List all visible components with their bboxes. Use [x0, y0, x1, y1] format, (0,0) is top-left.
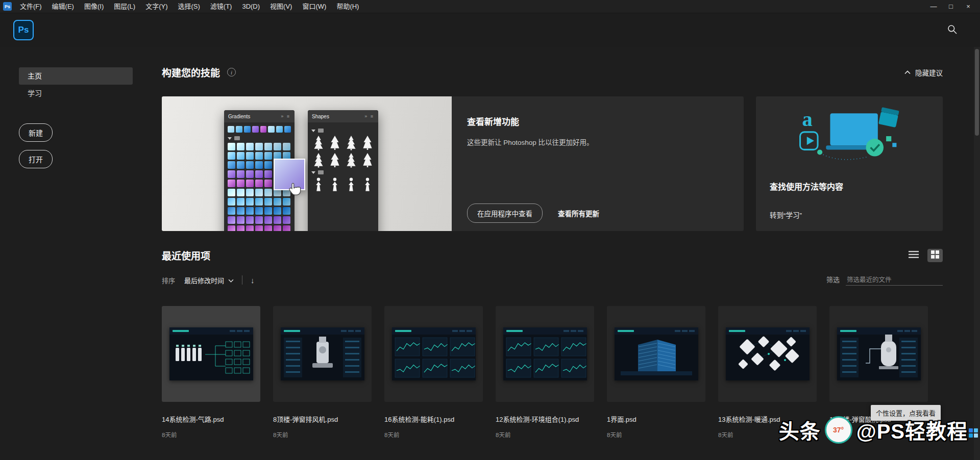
gradient-swatch	[264, 143, 272, 150]
tree-shape-icon	[328, 135, 342, 150]
file-name: 12系统检测-环境组合(1).psd	[496, 414, 594, 424]
file-time: 8天前	[384, 430, 483, 439]
menu-item[interactable]: 帮助(H)	[331, 0, 364, 13]
go-to-learn-link[interactable]: 转到“学习”	[770, 210, 929, 220]
sort-dropdown[interactable]: 最后修改时间	[184, 275, 234, 285]
whats-new-card: Gradients » ≡	[162, 96, 744, 231]
info-icon[interactable]: i	[227, 68, 236, 76]
file-card-face	[273, 306, 372, 402]
file-time: 8天前	[496, 430, 594, 439]
gradient-swatch	[237, 180, 244, 187]
gradient-chip	[244, 126, 251, 133]
skills-header: 构建您的技能 i 隐藏建议	[162, 65, 943, 79]
minimize-button[interactable]: —	[925, 0, 942, 13]
gradient-swatch	[237, 198, 244, 206]
search-icon	[947, 24, 958, 37]
menu-item[interactable]: 选择(S)	[173, 0, 205, 13]
home-body: 主页 学习 新建 打开 构建您的技能 i 隐藏建议	[0, 47, 980, 460]
gradient-swatch	[255, 216, 263, 224]
list-view-button[interactable]	[906, 249, 921, 262]
whats-new-banner-image: Gradients » ≡	[162, 96, 452, 231]
close-button[interactable]: ×	[960, 0, 977, 13]
sidebar-item-learn[interactable]: 学习	[19, 85, 133, 102]
tree-shape-icon	[328, 152, 342, 168]
gradient-swatch	[255, 152, 263, 160]
gradient-swatch	[264, 180, 272, 187]
file-thumbnail	[615, 327, 698, 380]
menu-item[interactable]: 窗口(W)	[297, 0, 331, 13]
gradient-swatch	[255, 225, 263, 231]
gradient-swatch	[246, 180, 254, 187]
shapes-panel-preview: Shapes » ≡	[308, 110, 378, 231]
menu-item[interactable]: 文字(Y)	[140, 0, 173, 13]
gradient-swatch	[264, 225, 272, 231]
sort-direction-button[interactable]: ↓	[251, 276, 255, 285]
scrollbar-thumb[interactable]	[975, 49, 979, 136]
gradient-swatch	[237, 152, 244, 160]
menu-item[interactable]: 视图(V)	[265, 0, 297, 13]
gradient-swatch	[228, 170, 235, 178]
sort-label: 排序	[162, 275, 175, 285]
gradient-swatch	[237, 170, 244, 178]
grid-view-button[interactable]	[927, 249, 943, 262]
menu-item[interactable]: 图像(I)	[79, 0, 109, 13]
file-card[interactable]: 8顶楼-弹窗排风机.psd 8天前	[273, 306, 372, 439]
gradient-swatch	[283, 216, 290, 224]
view-all-updates-button[interactable]: 查看所有更新	[558, 208, 599, 218]
app-header: Ps	[0, 13, 980, 47]
menu-item[interactable]: 编辑(E)	[47, 0, 79, 13]
open-file-button[interactable]: 打开	[19, 150, 53, 168]
gradient-swatch	[283, 198, 290, 206]
gradient-swatch	[237, 143, 244, 150]
menu-item[interactable]: 滤镜(T)	[205, 0, 237, 13]
new-file-button[interactable]: 新建	[19, 123, 53, 142]
file-card[interactable]: 12系统检测-环境组合(1).psd 8天前	[496, 306, 594, 439]
gradient-swatch	[237, 189, 244, 196]
whats-new-description: 这些更新让 Photoshop 比以往更加好用。	[467, 137, 728, 147]
gradient-swatch	[283, 143, 290, 150]
search-button[interactable]	[944, 22, 960, 38]
gradient-chip	[236, 126, 242, 133]
gradient-swatch	[274, 216, 281, 224]
figure-shape-icon	[311, 177, 326, 192]
grid-view-icon	[931, 250, 939, 261]
menu-item[interactable]: 文件(F)	[15, 0, 47, 13]
gradient-swatch	[228, 180, 235, 187]
learn-card[interactable]: a	[756, 96, 943, 231]
tree-shape-icon	[344, 135, 358, 150]
gradient-swatch	[237, 216, 244, 224]
file-time: 8天前	[162, 430, 260, 439]
menu-item[interactable]: 图层(L)	[109, 0, 140, 13]
ps-app-icon: Ps	[3, 2, 12, 11]
gradient-swatch	[246, 189, 254, 196]
panel-menu-icon: » ≡	[364, 114, 374, 119]
gradient-chip	[268, 126, 275, 133]
filter-area: 筛选	[826, 274, 943, 286]
list-view-icon	[909, 250, 919, 261]
gradient-swatch	[255, 143, 263, 150]
file-card[interactable]: 14系统检测-气路.psd 8天前	[162, 306, 260, 439]
hide-suggestions-button[interactable]: 隐藏建议	[904, 67, 943, 78]
gradient-chip	[276, 126, 283, 133]
gradient-chip	[252, 126, 259, 133]
tree-shape-icon	[360, 135, 375, 150]
whats-new-actions: 在应用程序中查看 查看所有更新	[467, 203, 728, 223]
view-in-app-button[interactable]: 在应用程序中查看	[467, 203, 543, 223]
gradient-swatch	[264, 152, 272, 160]
photoshop-logo: Ps	[13, 20, 34, 40]
gradient-swatch	[237, 225, 244, 231]
filter-input[interactable]	[846, 275, 943, 286]
gradient-swatch	[264, 189, 272, 196]
watermark: 头条 37° @PS轻教程	[779, 415, 968, 445]
sidebar-item-home[interactable]: 主页	[19, 67, 133, 85]
gradient-swatch	[237, 161, 244, 169]
file-card[interactable]: 1界面.psd 8天前	[607, 306, 705, 439]
maximize-button[interactable]: □	[942, 0, 960, 13]
gradient-swatch	[283, 207, 290, 215]
skills-title: 构建您的技能	[162, 65, 220, 79]
gradient-swatch	[255, 170, 263, 178]
file-thumbnail	[503, 327, 587, 380]
learn-illustration: a	[770, 96, 929, 177]
file-card[interactable]: 16系统检测-能耗(1).psd 8天前	[384, 306, 483, 439]
menu-item[interactable]: 3D(D)	[237, 0, 265, 13]
